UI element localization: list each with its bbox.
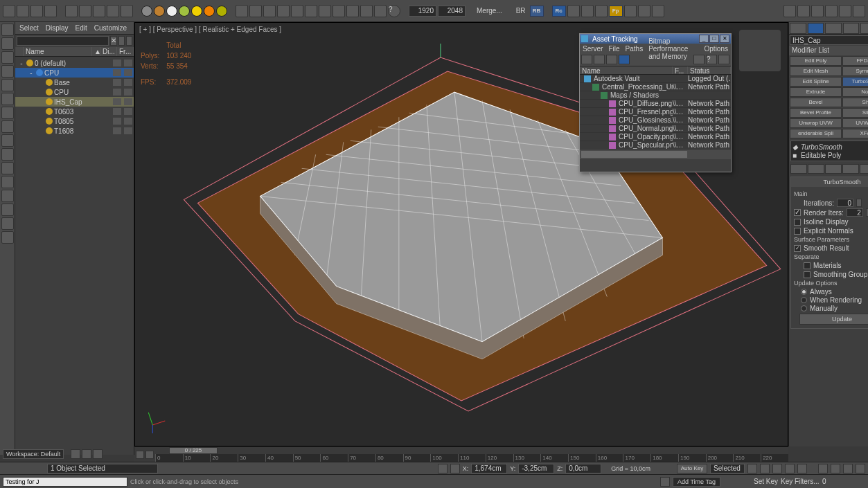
at-btn[interactable] <box>581 55 592 64</box>
visibility-icon[interactable] <box>113 79 121 86</box>
tool-btn[interactable] <box>811 5 824 17</box>
maxscript-listener[interactable]: Testing for J <box>3 477 127 487</box>
render-width-field[interactable]: 1920 <box>409 6 436 17</box>
menu-display[interactable]: Display <box>46 24 69 32</box>
minimize-icon[interactable]: _ <box>699 35 709 43</box>
rc-badge[interactable]: Rc <box>552 6 566 17</box>
menu-select[interactable]: Select <box>19 24 39 32</box>
tree-row[interactable]: T1608 <box>15 126 134 136</box>
render-iters-check[interactable]: ✓ <box>794 209 801 216</box>
materials-check[interactable] <box>804 262 811 269</box>
spinner[interactable] <box>856 199 862 207</box>
tool-btn[interactable] <box>346 5 359 17</box>
tool-btn[interactable] <box>360 5 373 17</box>
col-fp[interactable]: F... <box>673 66 688 74</box>
stack-bullet-icon[interactable]: ■ <box>792 152 798 159</box>
tool-btn[interactable] <box>783 5 796 17</box>
viewnav-icon[interactable] <box>831 464 840 473</box>
fp-badge[interactable]: Fp <box>609 6 623 17</box>
expand-icon[interactable]: - <box>28 69 35 77</box>
asset-menu-item[interactable]: Paths <box>626 45 644 53</box>
lt-btn[interactable] <box>1 217 14 230</box>
add-time-tag[interactable]: Add Time Tag <box>673 477 720 487</box>
tool-btn[interactable] <box>638 5 650 17</box>
tree-row[interactable]: IHS_Cap <box>15 97 134 107</box>
color-swatch[interactable] <box>166 6 177 17</box>
timeline-btn[interactable] <box>136 451 144 459</box>
key-mode-dropdown[interactable]: Selected <box>710 464 745 473</box>
hscrollbar[interactable] <box>580 150 731 159</box>
col-name[interactable]: Name <box>24 47 92 56</box>
autokey-button[interactable]: Auto Key <box>677 464 707 473</box>
setkey-button[interactable]: Set Key <box>754 478 778 485</box>
lt-btn[interactable] <box>1 51 14 64</box>
timetag-icon[interactable] <box>660 477 670 487</box>
update-rendering-radio[interactable] <box>801 297 807 303</box>
tool-btn[interactable] <box>236 5 248 17</box>
freeze-icon[interactable] <box>124 69 132 76</box>
modifier-preset-button[interactable]: Bevel <box>790 98 842 107</box>
tool-btn[interactable] <box>839 5 851 17</box>
tool-btn[interactable] <box>263 5 276 17</box>
viewnav-icon[interactable] <box>818 464 828 473</box>
ws-icon[interactable] <box>93 449 103 459</box>
tree-row[interactable]: -0 (default) <box>15 58 134 68</box>
freeze-icon[interactable] <box>124 108 132 115</box>
coord-x-field[interactable]: 1,674cm <box>471 464 507 473</box>
lt-btn[interactable] <box>1 107 14 119</box>
visibility-icon[interactable] <box>113 108 121 115</box>
modifier-preset-button[interactable]: Unwrap UVW <box>790 118 842 128</box>
col-icon[interactable]: ▲ <box>92 47 100 56</box>
viewcube[interactable] <box>739 30 781 71</box>
lt-btn[interactable] <box>1 190 14 202</box>
modifier-preset-button[interactable]: Edit Mesh <box>790 66 842 76</box>
freeze-icon[interactable] <box>124 118 132 125</box>
stack-bullet-icon[interactable]: ◆ <box>792 143 798 151</box>
tool-btn[interactable] <box>581 5 594 17</box>
tool-btn[interactable] <box>249 5 262 17</box>
asset-row[interactable]: CPU_Glossiness.png\\…Network Path <box>580 116 731 125</box>
goto-end-icon[interactable] <box>797 464 807 473</box>
tool-btn[interactable] <box>277 5 290 17</box>
tool-btn[interactable] <box>624 5 637 17</box>
tab-motion[interactable] <box>843 23 860 34</box>
col-status[interactable]: Status <box>688 66 731 74</box>
modifier-preset-button[interactable]: Symmetry <box>842 66 868 76</box>
lt-btn[interactable] <box>1 204 14 216</box>
smoothing-groups-check[interactable] <box>804 271 811 278</box>
tool-btn[interactable] <box>93 5 105 17</box>
asset-row[interactable]: CPU_Specular.png\\…Network Path <box>580 141 731 150</box>
stack-btn[interactable] <box>790 164 807 174</box>
modifier-preset-button[interactable]: Slice <box>842 108 868 118</box>
time-slider[interactable]: 0 / 225 <box>169 447 218 454</box>
color-swatch[interactable] <box>204 6 215 17</box>
menu-edit[interactable]: Edit <box>76 24 87 32</box>
freeze-icon[interactable] <box>124 60 132 66</box>
visibility-icon[interactable] <box>113 118 121 125</box>
tree-row[interactable]: Base <box>15 78 134 87</box>
tool-btn[interactable] <box>333 5 345 17</box>
visibility-icon[interactable] <box>113 127 121 134</box>
update-button[interactable]: Update <box>799 314 868 325</box>
merge-button[interactable]: Merge... <box>474 7 505 15</box>
tool-btn[interactable] <box>30 5 43 17</box>
asset-row[interactable]: CPU_Opacity.png\\…Network Path <box>580 133 731 141</box>
modifier-preset-button[interactable]: Edit Spline <box>790 77 842 87</box>
asset-row[interactable]: Maps / Shaders <box>580 91 731 100</box>
explicit-normals-check[interactable] <box>794 228 801 235</box>
update-manually-radio[interactable] <box>801 305 807 311</box>
tree-row[interactable]: CPU <box>15 87 134 97</box>
lt-btn[interactable] <box>1 24 14 36</box>
modifier-preset-button[interactable]: Extrude <box>790 87 842 97</box>
tab-display[interactable] <box>860 23 868 34</box>
workspace-dropdown[interactable]: Workspace: Default <box>3 449 64 459</box>
lt-btn[interactable] <box>1 231 14 244</box>
lt-btn[interactable] <box>1 134 14 147</box>
update-always-radio[interactable] <box>801 289 807 295</box>
lt-btn[interactable] <box>1 37 14 50</box>
color-swatch[interactable] <box>179 6 190 17</box>
tool-btn[interactable] <box>3 5 15 17</box>
asset-menu-item[interactable]: Server <box>583 45 603 53</box>
tree-row[interactable]: T0603 <box>15 107 134 116</box>
stack-item[interactable]: ◆TurboSmooth <box>792 143 868 151</box>
